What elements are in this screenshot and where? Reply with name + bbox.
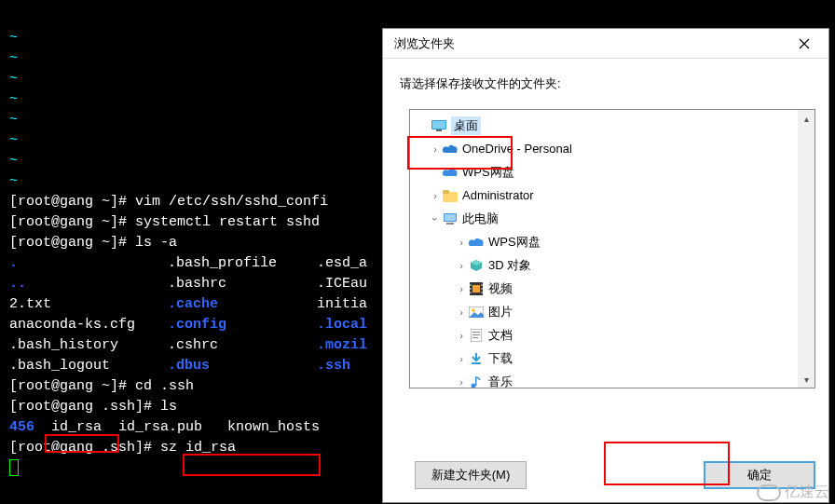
close-button[interactable] <box>786 31 823 57</box>
tree-node-admin[interactable]: › Administrator <box>410 184 798 207</box>
tree-label: 3D 对象 <box>488 257 531 274</box>
svg-rect-13 <box>481 284 483 286</box>
browse-folder-dialog: 浏览文件夹 请选择保存接收文件的文件夹: 桌面 › OneDrive - Per… <box>382 28 829 503</box>
expand-icon[interactable]: › <box>455 237 468 248</box>
tree-label: WPS网盘 <box>488 234 541 251</box>
dialog-hint: 请选择保存接收文件的文件夹: <box>383 59 828 103</box>
cloud-icon <box>442 164 459 181</box>
tree-label: 文档 <box>488 327 513 344</box>
svg-rect-24 <box>475 377 477 386</box>
tilde: ~ <box>9 173 18 189</box>
expand-icon[interactable]: › <box>455 306 468 318</box>
tree-label: 下载 <box>488 350 513 367</box>
cursor <box>9 459 19 476</box>
svg-rect-15 <box>481 292 483 293</box>
download-icon <box>468 350 485 367</box>
cloud-icon <box>442 141 459 157</box>
expand-icon[interactable]: › <box>455 353 468 364</box>
tree-node-wps[interactable]: WPS网盘 <box>410 160 798 184</box>
expand-icon[interactable]: › <box>455 330 468 341</box>
user-folder-icon <box>442 187 459 204</box>
new-folder-button[interactable]: 新建文件夹(M) <box>415 461 527 489</box>
ls-row: ...bashrc.ICEau <box>9 276 367 292</box>
expand-icon[interactable]: › <box>455 260 468 271</box>
svg-point-23 <box>472 383 476 388</box>
tree-node-onedrive[interactable]: › OneDrive - Personal <box>410 137 798 160</box>
svg-rect-9 <box>472 285 480 293</box>
tree-node-documents[interactable]: › 文档 <box>410 323 798 347</box>
computer-icon <box>442 211 459 227</box>
svg-rect-14 <box>481 288 483 290</box>
svg-rect-10 <box>470 284 472 286</box>
svg-point-17 <box>472 308 475 312</box>
scroll-up-button[interactable]: ▴ <box>798 110 814 127</box>
tree-node-desktop[interactable]: 桌面 <box>410 114 798 137</box>
ls-row: anaconda-ks.cfg.config.local <box>9 317 367 333</box>
tree-node-pictures[interactable]: › 图片 <box>410 300 798 323</box>
tilde: ~ <box>9 132 18 148</box>
ls-output: 456 id_rsa id_rsa.pub known_hosts <box>9 419 320 435</box>
svg-rect-20 <box>472 334 480 335</box>
cloud-icon <box>468 234 485 251</box>
document-icon <box>468 327 485 344</box>
dialog-title: 浏览文件夹 <box>394 35 786 52</box>
svg-rect-6 <box>445 214 456 221</box>
tree-label: 音乐 <box>488 374 513 388</box>
tree-label: WPS网盘 <box>462 164 514 181</box>
ls-row: .bash_history.cshrc.mozil <box>9 337 367 353</box>
cube-icon <box>468 257 485 274</box>
expand-icon[interactable]: › <box>455 376 468 388</box>
tree-node-wps2[interactable]: › WPS网盘 <box>410 230 798 253</box>
svg-rect-4 <box>443 190 449 194</box>
tilde: ~ <box>9 50 18 66</box>
tree-label: 桌面 <box>451 116 481 135</box>
ls-row: ..bash_profile.esd_a <box>9 255 367 271</box>
close-icon <box>799 38 810 49</box>
svg-rect-11 <box>470 288 472 290</box>
prompt-line: [root@gang .ssh]# ls <box>9 399 177 415</box>
prompt-line: [root@gang .ssh]# sz id_rsa <box>9 440 236 456</box>
tree-label: 视频 <box>488 280 513 297</box>
music-icon <box>468 374 485 388</box>
tree-label: 此电脑 <box>462 211 499 227</box>
watermark: 亿速云 <box>757 483 829 502</box>
svg-rect-2 <box>436 129 442 131</box>
picture-icon <box>468 304 485 320</box>
tree-node-music[interactable]: › 音乐 <box>410 370 798 388</box>
ls-row: 2.txt.cacheinitia <box>9 296 367 312</box>
prompt-line: [root@gang ~]# cd .ssh <box>9 378 194 394</box>
tilde: ~ <box>9 71 18 87</box>
tree-label: OneDrive - Personal <box>462 142 572 156</box>
tilde: ~ <box>9 112 18 128</box>
video-icon <box>468 280 485 297</box>
prompt-line: [root@gang ~]# systemctl restart sshd <box>9 214 320 230</box>
tree-node-downloads[interactable]: › 下载 <box>410 347 798 370</box>
tree-scrollbar[interactable]: ▴ ▾ <box>798 110 814 388</box>
dialog-titlebar[interactable]: 浏览文件夹 <box>383 29 828 59</box>
folder-tree[interactable]: 桌面 › OneDrive - Personal WPS网盘 › Adminis… <box>410 110 798 388</box>
svg-rect-19 <box>472 332 480 333</box>
prompt-line: [root@gang ~]# ls -a <box>9 235 177 251</box>
svg-rect-22 <box>472 362 481 364</box>
svg-rect-21 <box>472 337 478 338</box>
watermark-text: 亿速云 <box>785 483 829 502</box>
tree-node-videos[interactable]: › 视频 <box>410 277 798 300</box>
ls-row: .bash_logout.dbus.ssh <box>9 358 350 374</box>
svg-rect-12 <box>470 292 472 293</box>
tilde: ~ <box>9 153 18 169</box>
expand-icon[interactable]: › <box>429 190 442 201</box>
collapse-icon[interactable]: › <box>430 212 441 225</box>
prompt-line: [root@gang ~]# vim /etc/ssh/sshd_confi <box>9 194 328 210</box>
expand-icon[interactable]: › <box>455 283 468 294</box>
expand-icon[interactable]: › <box>429 143 442 155</box>
tree-label: Administrator <box>462 188 534 202</box>
svg-rect-1 <box>432 121 445 129</box>
tree-node-3dobjects[interactable]: › 3D 对象 <box>410 253 798 277</box>
tilde: ~ <box>9 30 18 46</box>
svg-rect-7 <box>446 223 454 225</box>
tree-node-thispc[interactable]: › 此电脑 <box>410 207 798 230</box>
tilde: ~ <box>9 91 18 107</box>
watermark-logo-icon <box>757 484 781 501</box>
scroll-down-button[interactable]: ▾ <box>798 371 814 388</box>
tree-label: 图片 <box>488 304 513 320</box>
